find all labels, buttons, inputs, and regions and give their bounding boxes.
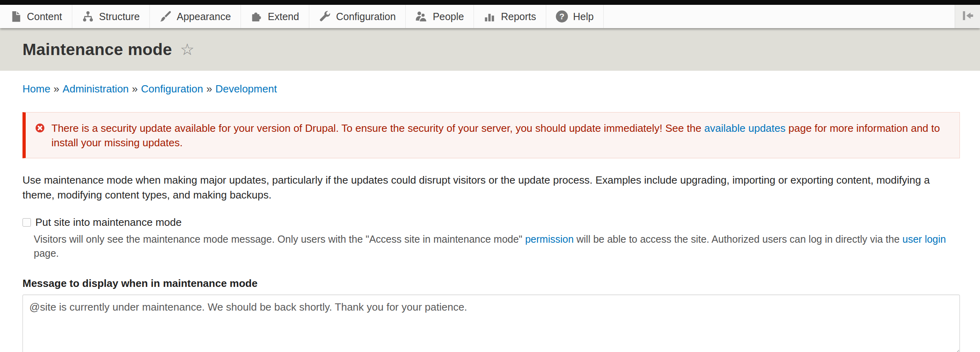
permission-link[interactable]: permission — [525, 233, 574, 245]
description-part1: Visitors will only see the maintenance m… — [34, 233, 525, 245]
maintenance-message-textarea[interactable]: @site is currently under maintenance. We… — [22, 295, 960, 352]
error-text-before-link: There is a security update available for… — [51, 122, 704, 134]
bar-chart-icon — [484, 10, 496, 23]
paintbrush-icon — [159, 10, 172, 23]
toolbar-tab-label: Appearance — [177, 11, 231, 23]
breadcrumb-link-home[interactable]: Home — [22, 83, 50, 95]
wrench-icon — [319, 10, 331, 23]
file-icon — [10, 10, 22, 23]
intro-paragraph: Use maintenance mode when making major u… — [22, 173, 960, 203]
page-header: Maintenance mode ☆ — [0, 28, 980, 71]
toolbar-tab-label: Reports — [501, 11, 536, 23]
toolbar-top-strip — [0, 0, 980, 5]
maintenance-mode-checkbox-row: Put site into maintenance mode — [22, 216, 960, 229]
toolbar-orientation-toggle-button[interactable] — [955, 5, 980, 28]
page-title: Maintenance mode — [22, 40, 172, 59]
toolbar-tab-label: Structure — [99, 11, 140, 23]
toolbar-tab-help[interactable]: ? Help — [546, 5, 604, 28]
breadcrumb-separator: » — [206, 83, 212, 95]
toolbar-tab-people[interactable]: People — [406, 5, 474, 28]
toolbar-tab-label: People — [433, 11, 464, 23]
breadcrumb-separator: » — [132, 83, 138, 95]
description-part3: page. — [34, 248, 59, 259]
toolbar-tab-label: Configuration — [336, 11, 396, 23]
toggle-vertical-icon — [961, 9, 974, 24]
toolbar-tab-content[interactable]: Content — [0, 5, 72, 28]
breadcrumb-link-development[interactable]: Development — [215, 83, 277, 95]
toolbar-tab-structure[interactable]: Structure — [72, 5, 150, 28]
toolbar-tab-label: Extend — [268, 11, 299, 23]
sitemap-icon — [82, 10, 94, 23]
toolbar-tab-appearance[interactable]: Appearance — [150, 5, 241, 28]
toolbar-tab-label: Help — [573, 11, 594, 23]
maintenance-mode-checkbox[interactable] — [22, 218, 31, 227]
admin-toolbar: Content Structure Appearance Extend Conf… — [0, 5, 980, 28]
user-login-link[interactable]: user login — [902, 233, 946, 245]
breadcrumb-link-configuration[interactable]: Configuration — [141, 83, 203, 95]
people-icon — [415, 10, 427, 23]
breadcrumb: Home»Administration»Configuration»Develo… — [22, 71, 960, 95]
error-message-text: There is a security update available for… — [51, 121, 947, 150]
main-content: Home»Administration»Configuration»Develo… — [0, 71, 980, 352]
question-icon: ? — [556, 10, 568, 23]
maintenance-mode-checkbox-label[interactable]: Put site into maintenance mode — [35, 216, 182, 229]
message-field-label: Message to display when in maintenance m… — [22, 277, 960, 290]
puzzle-icon — [251, 10, 263, 23]
toolbar-tab-reports[interactable]: Reports — [474, 5, 546, 28]
maintenance-mode-description: Visitors will only see the maintenance m… — [34, 232, 960, 260]
toolbar-tab-label: Content — [27, 11, 62, 23]
available-updates-link[interactable]: available updates — [704, 122, 785, 134]
breadcrumb-separator: » — [53, 83, 59, 95]
toolbar-tab-configuration[interactable]: Configuration — [309, 5, 406, 28]
error-message-box: There is a security update available for… — [22, 112, 960, 158]
shortcut-star-icon[interactable]: ☆ — [180, 41, 194, 57]
toolbar-tab-extend[interactable]: Extend — [241, 5, 309, 28]
error-icon — [35, 123, 45, 133]
description-part2: will be able to access the site. Authori… — [574, 233, 902, 245]
breadcrumb-link-administration[interactable]: Administration — [63, 83, 129, 95]
